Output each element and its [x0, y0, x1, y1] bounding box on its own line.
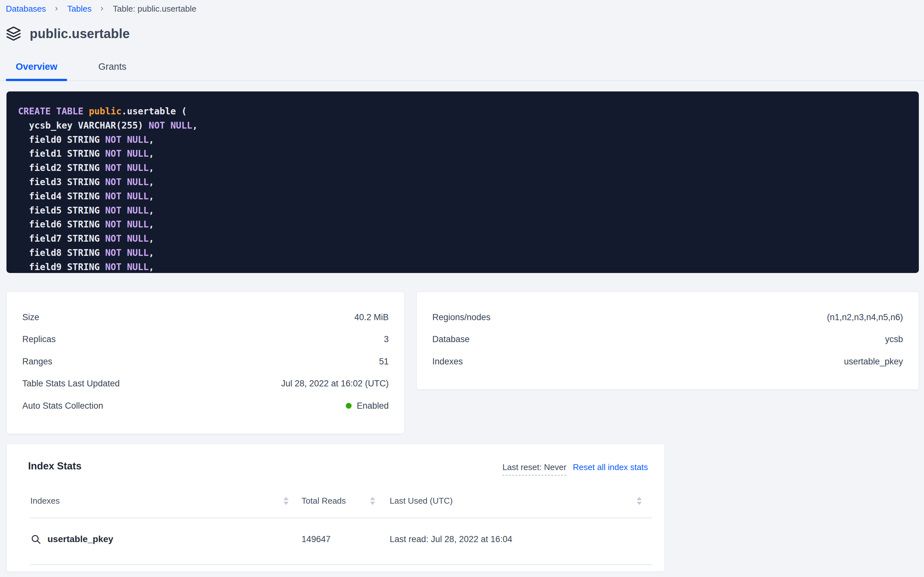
- column-header-label: Last Used (UTC): [390, 496, 453, 506]
- detail-row-ranges: Ranges 51: [22, 351, 389, 373]
- tab-overview[interactable]: Overview: [6, 61, 67, 72]
- index-name-text: usertable_pkey: [47, 534, 113, 544]
- column-header-label: Total Reads: [302, 496, 346, 506]
- sql-line: ycsb_key VARCHAR(255) NOT NULL,: [18, 119, 905, 133]
- table-row-divider: [31, 564, 652, 565]
- create-table-statement: CREATE TABLE public.usertable ( ycsb_key…: [6, 92, 919, 273]
- chevron-right-icon: [54, 5, 59, 12]
- detail-value: 51: [379, 357, 389, 367]
- active-tab-indicator: [6, 79, 67, 81]
- page-title: public.usertable: [30, 26, 130, 41]
- detail-value: (n1,n2,n3,n4,n5,n6): [827, 313, 903, 322]
- sql-line: field5 STRING NOT NULL,: [18, 203, 905, 218]
- column-header-total-reads[interactable]: Total Reads: [302, 496, 390, 506]
- breadcrumb-link-databases[interactable]: Databases: [6, 4, 46, 14]
- detail-label: Auto Stats Collection: [22, 401, 103, 411]
- detail-row-auto-stats: Auto Stats Collection Enabled: [22, 395, 389, 417]
- table-stack-icon: [6, 26, 21, 41]
- sql-line: field0 STRING NOT NULL,: [18, 133, 905, 147]
- sql-line: field2 STRING NOT NULL,: [18, 161, 905, 175]
- table-header-divider: [31, 517, 652, 518]
- reset-all-index-stats-link[interactable]: Reset all index stats: [573, 462, 648, 472]
- index-stats-title: Index Stats: [28, 460, 81, 472]
- index-table-header: Indexes Total Reads Last Used (UTC): [31, 496, 652, 506]
- detail-value: usertable_pkey: [844, 357, 903, 367]
- detail-label: Table Stats Last Updated: [22, 379, 120, 388]
- detail-row-indexes: Indexes usertable_pkey: [432, 351, 903, 373]
- breadcrumb-current: Table: public.usertable: [112, 4, 196, 14]
- table-details-card: Size 40.2 MiB Replicas 3 Ranges 51 Table…: [6, 292, 405, 434]
- detail-label: Indexes: [432, 357, 463, 367]
- detail-label: Replicas: [22, 334, 56, 344]
- index-name-link[interactable]: usertable_pkey: [31, 534, 302, 545]
- chevron-right-icon: [99, 5, 105, 12]
- detail-value: Enabled: [346, 401, 389, 411]
- breadcrumb: Databases Tables Table: public.usertable: [6, 4, 196, 14]
- sql-line: field9 STRING NOT NULL,: [18, 260, 905, 273]
- detail-row-stats-updated: Table Stats Last Updated Jul 28, 2022 at…: [22, 373, 389, 395]
- index-stats-card: Index Stats Last reset: Never Reset all …: [6, 444, 665, 572]
- detail-row-database: Database ycsb: [432, 329, 903, 351]
- sql-line: CREATE TABLE public.usertable (: [18, 104, 905, 119]
- page-header: public.usertable: [6, 26, 130, 41]
- sql-line: field7 STRING NOT NULL,: [18, 232, 905, 246]
- status-text: Enabled: [357, 401, 389, 411]
- sort-arrows-icon: [370, 497, 375, 505]
- detail-row-regions: Regions/nodes (n1,n2,n3,n4,n5,n6): [432, 306, 903, 329]
- index-stats-controls: Last reset: Never Reset all index stats: [502, 462, 648, 475]
- detail-value: 3: [384, 334, 389, 344]
- sql-line: field8 STRING NOT NULL,: [18, 246, 905, 260]
- sql-line: field4 STRING NOT NULL,: [18, 189, 905, 203]
- column-header-last-used[interactable]: Last Used (UTC): [390, 496, 652, 506]
- sql-line: field3 STRING NOT NULL,: [18, 175, 905, 189]
- enabled-status-dot: [346, 403, 352, 409]
- detail-value: ycsb: [885, 334, 903, 344]
- detail-label: Ranges: [22, 357, 52, 367]
- breadcrumb-link-tables[interactable]: Tables: [67, 4, 92, 14]
- last-used-cell: Last read: Jul 28, 2022 at 16:04: [390, 534, 652, 544]
- detail-value: 40.2 MiB: [354, 313, 389, 322]
- sql-line: field1 STRING NOT NULL,: [18, 147, 905, 161]
- sort-arrows-icon: [283, 497, 289, 505]
- search-icon: [31, 534, 41, 545]
- detail-label: Regions/nodes: [432, 313, 490, 322]
- tab-divider: [0, 81, 924, 81]
- total-reads-cell: 149647: [302, 534, 390, 544]
- column-header-label: Indexes: [31, 496, 60, 506]
- detail-label: Database: [432, 334, 470, 344]
- last-reset-label: Last reset: Never: [502, 462, 566, 475]
- sort-arrows-icon: [637, 497, 642, 505]
- detail-row-replicas: Replicas 3: [22, 329, 389, 351]
- tab-grants[interactable]: Grants: [87, 61, 138, 72]
- detail-row-size: Size 40.2 MiB: [22, 306, 389, 329]
- column-header-indexes[interactable]: Indexes: [31, 496, 302, 506]
- detail-value: Jul 28, 2022 at 16:02 (UTC): [281, 379, 389, 388]
- sql-line: field6 STRING NOT NULL,: [18, 218, 905, 232]
- table-row: usertable_pkey 149647 Last read: Jul 28,…: [31, 520, 652, 559]
- detail-label: Size: [22, 313, 39, 322]
- table-meta-card: Regions/nodes (n1,n2,n3,n4,n5,n6) Databa…: [416, 292, 919, 390]
